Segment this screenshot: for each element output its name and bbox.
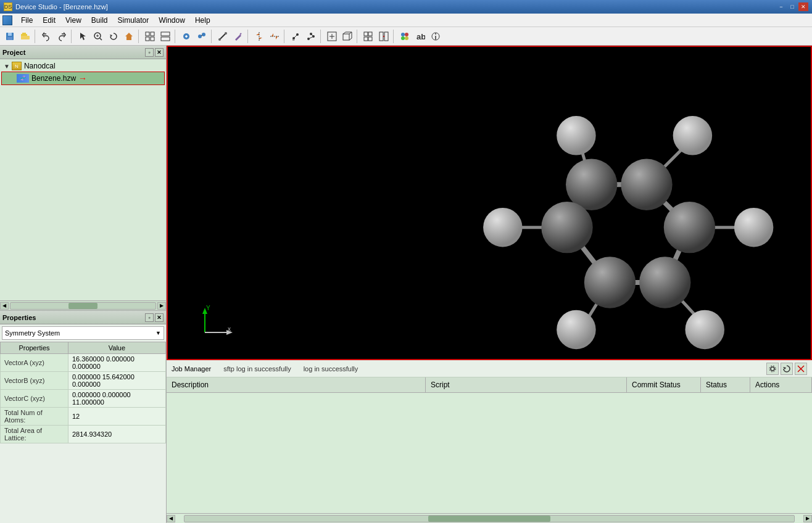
properties-close-button[interactable]: ✕ (155, 313, 164, 322)
sym2-button[interactable] (267, 29, 282, 44)
properties-panel-header: Properties ▫ ✕ (0, 311, 166, 324)
scale-button[interactable] (325, 29, 339, 44)
svg-point-60 (405, 36, 408, 40)
hscrollbar[interactable] (10, 302, 156, 310)
project-restore-button[interactable]: ▫ (145, 48, 154, 57)
main-layout: Project ▫ ✕ ▼ N Nanodcal 🧬 Benzene.hzw → (0, 46, 812, 523)
value-col-header: Value (68, 342, 165, 354)
undo-button[interactable] (39, 29, 54, 44)
title-bar: DS Device Studio - [Benzene.hzw] − □ ✕ (0, 0, 812, 14)
symmetry-label: Symmetry System (5, 329, 60, 337)
jm-hscrollbar[interactable] (184, 515, 795, 522)
svg-marker-32 (271, 33, 273, 36)
view2-button[interactable] (158, 29, 173, 44)
interface-button[interactable] (376, 29, 391, 44)
close-button[interactable]: ✕ (798, 2, 808, 11)
zoom-button[interactable] (91, 29, 106, 44)
properties-controls: ▫ ✕ (145, 313, 164, 322)
table-row: VectorA (xyz) 16.360000 0.000000 0.00000… (1, 354, 166, 372)
home-button[interactable] (122, 29, 136, 44)
select-button[interactable] (75, 29, 90, 44)
file-label: Benzene.hzw (31, 74, 76, 83)
add-molecule-button[interactable] (194, 29, 209, 44)
misc-button[interactable] (428, 29, 443, 44)
jm-hscroll-left[interactable]: ◀ (167, 515, 175, 522)
prop-name: VectorA (xyz) (1, 354, 68, 372)
svg-rect-50 (364, 32, 368, 36)
app-icon: DS (4, 2, 12, 11)
hscroll-right-arrow[interactable]: ▶ (157, 302, 166, 310)
svg-point-82 (541, 202, 592, 253)
supercell-button[interactable] (361, 29, 376, 44)
open-button[interactable] (18, 29, 33, 44)
col-header-description: Description (167, 377, 426, 392)
svg-line-27 (240, 33, 241, 35)
rotate-button[interactable] (106, 29, 121, 44)
file-icon: 🧬 (17, 74, 29, 83)
svg-line-47 (349, 38, 352, 40)
refresh-icon-button[interactable] (781, 363, 793, 375)
add-atom-button[interactable] (179, 29, 194, 44)
region-button[interactable] (397, 29, 412, 44)
file-item-benzene[interactable]: 🧬 Benzene.hzw → (1, 72, 165, 85)
jm-hscroll-right[interactable]: ▶ (803, 515, 812, 522)
svg-line-24 (220, 33, 226, 39)
svg-rect-16 (161, 32, 170, 36)
svg-rect-4 (22, 33, 26, 35)
table-row: VectorC (xyz) 0.000000 0.000000 11.00000… (1, 390, 166, 408)
svg-rect-51 (368, 32, 372, 36)
menu-build[interactable]: Build (86, 15, 113, 26)
menu-file[interactable]: File (16, 15, 38, 26)
symmetry-dropdown[interactable]: Symmetry System (2, 326, 164, 340)
toolbar-sep-1 (35, 30, 37, 43)
properties-restore-button[interactable]: ▫ (145, 313, 154, 322)
toolbar-sep-9 (357, 30, 359, 43)
hscroll-left-arrow[interactable]: ◀ (0, 302, 9, 310)
menu-edit[interactable]: Edit (38, 15, 60, 26)
disconnect-icon-button[interactable] (795, 363, 807, 375)
text-button[interactable]: ab (413, 29, 428, 44)
left-panel: Project ▫ ✕ ▼ N Nanodcal 🧬 Benzene.hzw → (0, 46, 167, 523)
svg-point-58 (405, 33, 408, 36)
maximize-button[interactable]: □ (787, 2, 797, 11)
sym1-button[interactable] (252, 29, 267, 44)
svg-point-59 (401, 36, 405, 40)
project-panel: Project ▫ ✕ ▼ N Nanodcal 🧬 Benzene.hzw → (0, 46, 166, 311)
prop-value: 12 (68, 408, 165, 426)
col-header-status: Status (701, 377, 750, 392)
draw-button[interactable] (231, 29, 246, 44)
svg-rect-54 (379, 32, 383, 41)
svg-point-83 (557, 116, 595, 155)
svg-rect-12 (146, 32, 149, 36)
svg-line-7 (100, 38, 102, 40)
bond-button[interactable] (215, 29, 230, 44)
menu-bar: File Edit View Build Simulator Window He… (0, 14, 812, 27)
svg-text:d: d (292, 38, 294, 41)
project-close-button[interactable]: ✕ (155, 48, 164, 57)
settings-icon-button[interactable] (766, 363, 779, 375)
svg-marker-11 (125, 33, 133, 40)
menu-window[interactable]: Window (154, 15, 190, 26)
tree-root[interactable]: ▼ N Nanodcal (1, 60, 165, 72)
login-status: log in successfully (304, 365, 358, 373)
lattice-button[interactable] (340, 29, 355, 44)
analysis2-button[interactable] (304, 29, 318, 44)
save-button[interactable] (2, 29, 17, 44)
toolbar-sep-7 (284, 30, 286, 43)
folder-icon: N (12, 62, 22, 70)
view1-button[interactable] (143, 29, 157, 44)
toolbar-sep-6 (247, 30, 250, 43)
project-hscroll: ◀ ▶ (0, 300, 166, 310)
svg-point-88 (483, 208, 522, 247)
viewport[interactable]: Y x (167, 46, 812, 360)
menu-simulator[interactable]: Simulator (113, 15, 154, 26)
svg-point-80 (639, 257, 690, 308)
menu-view[interactable]: View (60, 15, 86, 26)
redo-button[interactable] (54, 29, 69, 44)
menu-help[interactable]: Help (190, 15, 215, 26)
minimize-button[interactable]: − (776, 2, 786, 11)
arrow-indicator: → (78, 73, 87, 83)
analysis1-button[interactable]: d (288, 29, 303, 44)
svg-point-85 (734, 208, 773, 247)
prop-col-header: Properties (1, 342, 68, 354)
